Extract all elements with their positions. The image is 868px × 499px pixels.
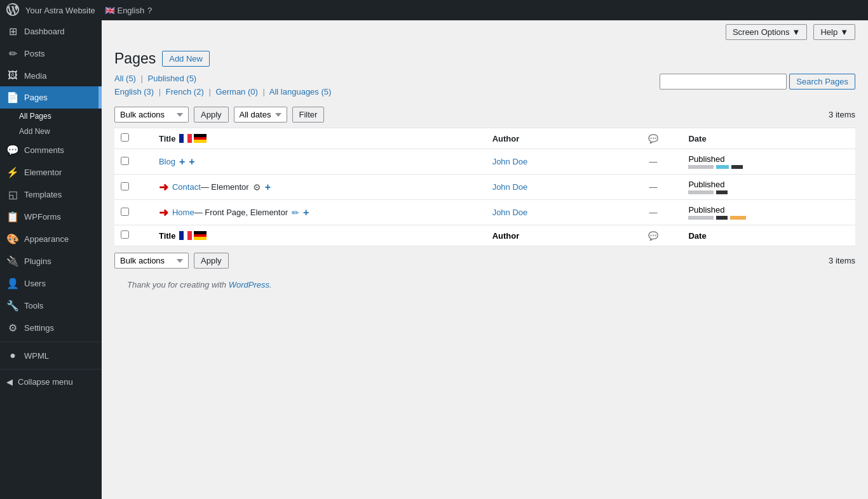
sidebar-item-appearance[interactable]: 🎨 Appearance: [0, 228, 102, 250]
sidebar-item-elementor[interactable]: ⚡ Elementor: [0, 161, 102, 183]
search-pages-input[interactable]: [660, 74, 787, 90]
appearance-icon: 🎨: [6, 233, 19, 245]
sidebar-item-tools[interactable]: 🔧 Tools: [0, 295, 102, 317]
plus-de-icon[interactable]: +: [189, 156, 194, 168]
sidebar-item-wpforms[interactable]: 📋 WPForms: [0, 206, 102, 228]
author-footer[interactable]: Author: [486, 225, 625, 246]
apply-top-button[interactable]: Apply: [194, 107, 229, 123]
row-checkbox[interactable]: [121, 208, 129, 216]
sidebar-item-label: Users: [24, 279, 46, 288]
row-date-cell: Published: [682, 149, 855, 175]
blog-page-link[interactable]: Blog: [159, 157, 175, 166]
red-arrow-icon: ➜: [159, 180, 168, 194]
contact-page-link[interactable]: Contact— Elementor: [172, 182, 249, 192]
plus-icon[interactable]: +: [303, 207, 309, 218]
comment-bubble-icon: 💬: [648, 134, 658, 143]
home-page-link[interactable]: Home— Front Page, Elementor: [172, 208, 288, 217]
pencil-icon[interactable]: ✏: [292, 208, 299, 218]
sidebar-item-label: Elementor: [24, 168, 62, 177]
language-label: 🇬🇧 English: [105, 6, 144, 15]
bulk-actions-bottom-select[interactable]: Bulk actions Edit Move to Trash: [114, 253, 189, 269]
comment-bubble-footer-icon: 💬: [648, 231, 658, 241]
sidebar-item-dashboard[interactable]: ⊞ Dashboard: [0, 20, 102, 43]
lang-french-link[interactable]: French (2): [166, 87, 204, 96]
add-new-button[interactable]: Add New: [162, 51, 210, 67]
sidebar-item-label: Plugins: [24, 256, 51, 266]
contact-status: Published: [688, 180, 849, 189]
apply-bottom-button[interactable]: Apply: [194, 253, 229, 269]
select-all-checkbox[interactable]: [121, 133, 129, 142]
lang-english-link[interactable]: English (3): [114, 87, 154, 96]
dropdown-arrow-icon: ▼: [792, 27, 801, 37]
search-area: Search Pages: [660, 74, 855, 90]
lang-german-link[interactable]: German (0): [215, 87, 257, 96]
row-checkbox[interactable]: [121, 182, 129, 190]
collapse-menu-button[interactable]: ◀ Collapse menu: [0, 372, 102, 392]
add-new-label: Add New: [19, 127, 50, 136]
contact-author-link[interactable]: John Doe: [492, 182, 528, 192]
comment-dash: —: [649, 182, 658, 192]
wp-logo-icon[interactable]: [6, 3, 19, 18]
sidebar-item-wpml[interactable]: ● WPML: [0, 345, 102, 366]
comments-footer: 💬: [625, 225, 682, 246]
items-count-bottom: 3 items: [829, 256, 855, 265]
select-all-bottom-checkbox[interactable]: [121, 230, 129, 239]
sidebar-item-templates[interactable]: ◱ Templates: [0, 183, 102, 206]
admin-sidebar: ⊞ Dashboard ✏ Posts 🖼 Media 📄 Pages All …: [0, 20, 102, 499]
date-header[interactable]: Date: [682, 128, 855, 149]
blog-author-link[interactable]: John Doe: [492, 157, 528, 166]
sidebar-item-settings[interactable]: ⚙ Settings: [0, 317, 102, 339]
date-bar-light: [688, 216, 714, 220]
status-filter-links: All (5) | Published (5): [114, 74, 331, 83]
gear-icon[interactable]: ⚙: [253, 182, 261, 192]
filter-published-link[interactable]: Published (5): [148, 74, 197, 83]
plus-fr-icon[interactable]: +: [179, 156, 185, 168]
sidebar-item-comments[interactable]: 💬 Comments: [0, 139, 102, 161]
row-author-cell: John Doe: [486, 200, 625, 225]
sidebar-item-label: Comments: [24, 145, 64, 155]
pages-icon: 📄: [6, 91, 19, 103]
title-header[interactable]: Title: [153, 128, 486, 149]
pages-table: Title Author 💬 Dat: [114, 128, 855, 246]
help-button[interactable]: Help ▼: [813, 24, 855, 40]
search-pages-button[interactable]: Search Pages: [789, 74, 855, 90]
row-checkbox[interactable]: [121, 157, 129, 165]
language-filter-links: English (3) | French (2) | German (0) | …: [114, 87, 331, 96]
date-footer[interactable]: Date: [682, 225, 855, 246]
language-flags-footer: [179, 231, 207, 240]
sidebar-item-media[interactable]: 🖼 Media: [0, 65, 102, 86]
menu-separator-2: [0, 369, 102, 369]
row-checkbox-cell: [114, 200, 153, 225]
french-flag-icon: [179, 134, 192, 143]
help-icon[interactable]: ?: [147, 6, 152, 15]
lang-all-link[interactable]: All languages (5): [269, 87, 332, 96]
sidebar-submenu-add-new[interactable]: Add New: [0, 124, 102, 139]
sidebar-item-users[interactable]: 👤 Users: [0, 272, 102, 295]
sidebar-item-label: Dashboard: [24, 27, 65, 36]
sidebar-item-plugins[interactable]: 🔌 Plugins: [0, 250, 102, 272]
filter-button[interactable]: Filter: [292, 107, 325, 123]
tools-icon: 🔧: [6, 300, 19, 312]
home-author-link[interactable]: John Doe: [492, 208, 528, 217]
row-title-cell: ➜ Home— Front Page, Elementor ✏ +: [153, 200, 486, 225]
wordpress-link[interactable]: WordPress: [229, 280, 269, 289]
row-author-cell: John Doe: [486, 149, 625, 175]
sidebar-item-posts[interactable]: ✏ Posts: [0, 43, 102, 65]
plus-icon[interactable]: +: [265, 182, 271, 193]
screen-options-button[interactable]: Screen Options ▼: [726, 24, 807, 40]
sidebar-submenu-all-pages[interactable]: All Pages: [0, 109, 102, 124]
title-footer[interactable]: Title: [153, 225, 486, 246]
dates-filter-select[interactable]: All dates: [234, 107, 287, 123]
sidebar-item-pages[interactable]: 📄 Pages: [0, 86, 102, 109]
users-icon: 👤: [6, 277, 19, 289]
filter-all-link[interactable]: All (5): [114, 74, 136, 83]
templates-icon: ◱: [6, 189, 19, 201]
bulk-actions-top-select[interactable]: Bulk actions Edit Move to Trash: [114, 107, 189, 123]
row-author-cell: John Doe: [486, 175, 625, 200]
site-name[interactable]: Your Astra Website: [25, 6, 95, 15]
french-flag-footer-icon: [179, 231, 192, 240]
sidebar-item-label: Settings: [24, 323, 54, 333]
page-footer: Thank you for creating with WordPress.: [114, 274, 855, 296]
admin-bar: Your Astra Website 🇬🇧 English ?: [0, 0, 868, 20]
author-header[interactable]: Author: [486, 128, 625, 149]
